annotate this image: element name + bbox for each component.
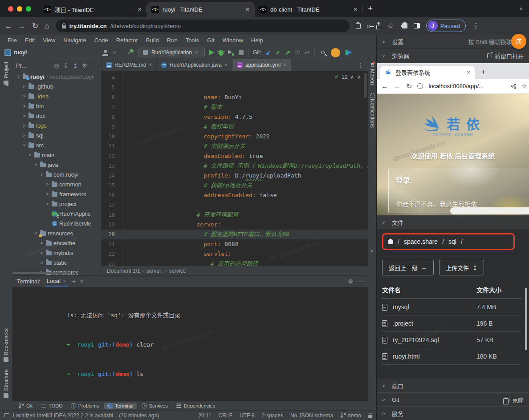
tab-search-chevron-icon[interactable]: ˅: [520, 6, 523, 12]
tree-horizontal-scrollbar[interactable]: [12, 272, 66, 274]
minimize-window-button[interactable]: [17, 6, 22, 12]
files-section-header[interactable]: ˅ 文件: [377, 215, 529, 230]
tree-chevron-icon[interactable]: ˅: [39, 172, 44, 177]
tree-item[interactable]: > .github: [12, 81, 101, 91]
inspections-widget[interactable]: ✔ 12 ∧ ∨: [334, 74, 361, 80]
editor-tab-close-icon[interactable]: ×: [283, 62, 286, 68]
new-tab-button[interactable]: +: [368, 4, 373, 13]
tree-chevron-icon[interactable]: ˅: [16, 74, 21, 79]
crumb-sql[interactable]: sql: [448, 238, 456, 245]
git-section-header[interactable]: > Git 克隆: [377, 392, 529, 406]
tree-chevron-icon[interactable]: >: [45, 202, 50, 206]
preview-forward-button[interactable]: →: [394, 82, 401, 90]
demo-badge[interactable]: 演: [511, 34, 526, 49]
editor-tab-close-icon[interactable]: ×: [224, 62, 228, 68]
browser-tab[interactable]: <t> ruoyi - TitanIDE ×: [147, 2, 255, 17]
editor-tab[interactable]: application.yml ×: [232, 59, 291, 71]
structure-stripe-tab[interactable]: Structure: [3, 369, 9, 398]
project-chip[interactable]: ruoyi: [4, 49, 98, 56]
editor-tab-close-icon[interactable]: ×: [149, 62, 152, 68]
file-row[interactable]: ruoyi.html 180 KB: [382, 348, 521, 365]
editor-options-kebab-icon[interactable]: ⋮: [353, 62, 368, 69]
file-row[interactable]: .project 196 B: [382, 315, 521, 332]
status-item[interactable]: 20:11: [198, 412, 211, 419]
back-button[interactable]: ←: [4, 22, 12, 30]
maven-stripe-tab[interactable]: m Maven: [369, 63, 376, 85]
tool-window-button[interactable]: Services: [138, 403, 171, 409]
editor-scrollbar[interactable]: [364, 73, 367, 98]
preview-url[interactable]: localhost:8080/app/...: [428, 83, 505, 89]
tree-chevron-icon[interactable]: >: [39, 250, 44, 255]
close-window-button[interactable]: [8, 6, 13, 12]
preview-reload-button[interactable]: ↻: [406, 82, 412, 90]
address-bar[interactable]: try.titanide.cn/ide/web/coding/ruoyi/dem…: [56, 20, 350, 32]
git-rollback-icon[interactable]: ↩: [305, 49, 310, 56]
tree-chevron-icon[interactable]: ˅: [33, 231, 38, 236]
terminal-tab-close-icon[interactable]: ×: [63, 279, 66, 284]
services-section-header[interactable]: > 服务: [377, 406, 529, 420]
browser-menu-kebab-icon[interactable]: ⋮: [472, 22, 480, 30]
bookmarks-stripe-tab[interactable]: Bookmarks: [3, 328, 9, 362]
tree-item[interactable]: ˅ ruoyi ~/workspace/ruoyi: [12, 72, 101, 81]
tree-item[interactable]: RuoYiApplic: [12, 209, 101, 218]
profile-chip[interactable]: J Paused: [426, 20, 466, 32]
browser-section-header[interactable]: ˅ 浏览器 新窗口打开: [377, 49, 529, 63]
expand-all-icon[interactable]: ↧: [64, 62, 69, 69]
menu-item[interactable]: Build: [142, 37, 163, 44]
tree-chevron-icon[interactable]: >: [22, 133, 27, 138]
debug-button[interactable]: [219, 50, 224, 56]
editor-tab[interactable]: RuoYiApplication.java ×: [157, 59, 232, 71]
tree-item[interactable]: > .idea: [12, 91, 101, 101]
tree-chevron-icon[interactable]: >: [22, 94, 27, 99]
git-commit-icon[interactable]: ✓: [275, 49, 281, 56]
tree-item[interactable]: > sql: [12, 130, 101, 140]
preview-back-button[interactable]: ←: [381, 82, 388, 90]
prev-problem-icon[interactable]: ∧: [350, 74, 354, 80]
run-button[interactable]: [209, 50, 214, 55]
share-icon[interactable]: [376, 25, 381, 29]
readonly-lock-icon[interactable]: [368, 415, 372, 418]
terminal-settings-gear-icon[interactable]: ⚙: [348, 278, 353, 285]
open-new-window-button[interactable]: 新窗口打开: [487, 52, 524, 60]
tree-item[interactable]: > templates: [12, 267, 101, 275]
menu-item[interactable]: Edit: [21, 37, 39, 44]
tree-item[interactable]: ˅ resources: [12, 228, 101, 238]
forward-button[interactable]: →: [18, 22, 26, 30]
tree-item[interactable]: > static: [12, 258, 101, 267]
git-branch-widget[interactable]: demo: [340, 412, 361, 419]
menu-item[interactable]: Refactor: [112, 37, 142, 44]
stop-button[interactable]: [239, 50, 244, 55]
password-key-icon[interactable]: [367, 25, 370, 28]
preview-tab[interactable]: 登录若依系统 ×: [380, 66, 475, 79]
go-up-button[interactable]: 返回上一级 ←: [382, 260, 434, 275]
git-pull-icon[interactable]: ↙: [266, 49, 271, 56]
tree-chevron-icon[interactable]: ˅: [33, 162, 38, 167]
breadcrumb-item[interactable]: servlet:: [164, 268, 186, 274]
menu-item[interactable]: Tools: [182, 37, 203, 44]
preview-tab-close-icon[interactable]: ×: [467, 69, 470, 76]
site-info-icon[interactable]: [417, 83, 423, 89]
hide-panel-icon[interactable]: —: [92, 62, 98, 69]
maximize-window-button[interactable]: [26, 6, 31, 12]
ports-section-header[interactable]: > 端口: [377, 379, 529, 392]
tree-item[interactable]: > project: [12, 199, 101, 209]
tree-chevron-icon[interactable]: >: [45, 192, 50, 197]
git-push-icon[interactable]: ↗: [285, 49, 290, 56]
clone-button[interactable]: 克隆: [503, 396, 524, 404]
preview-bookmark-star-icon[interactable]: ☆: [521, 82, 527, 90]
tree-chevron-icon[interactable]: ˅: [22, 143, 27, 148]
run-configuration-select[interactable]: RuoYiApplication ˅: [138, 48, 205, 57]
new-terminal-session-icon[interactable]: +: [72, 278, 76, 285]
terminal-output[interactable]: ls: 无法访问 'sq': 没有那个文件或目录 ➜ ruoyi git:(de…: [12, 287, 368, 401]
tree-item[interactable]: > ehcache: [12, 238, 101, 248]
tree-chevron-icon[interactable]: >: [39, 260, 44, 265]
tree-chevron-icon[interactable]: >: [22, 104, 27, 109]
tree-item[interactable]: > common: [12, 179, 101, 189]
tree-item[interactable]: RuoYiServle: [12, 218, 101, 228]
panel-settings-gear-icon[interactable]: ⚙: [82, 62, 87, 69]
file-row[interactable]: mysql 7.4 MB: [382, 299, 521, 315]
run-with-coverage-button[interactable]: [228, 49, 234, 56]
status-item[interactable]: CRLF: [219, 412, 232, 419]
tree-item[interactable]: > mybatis: [12, 248, 101, 258]
file-row[interactable]: ry_20210924.sql 57 KB: [382, 332, 521, 348]
